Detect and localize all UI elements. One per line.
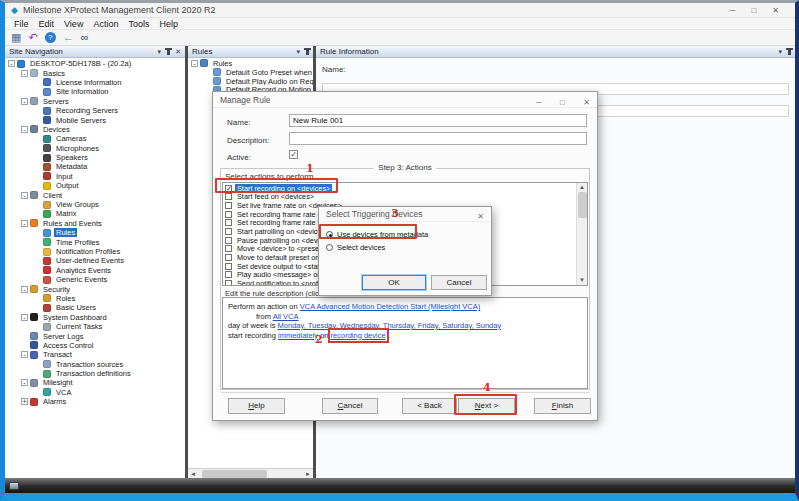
- tree-item-rules-and-events[interactable]: -Rules and Events: [5, 219, 185, 228]
- active-checkbox-checked-icon[interactable]: ✓: [289, 150, 298, 159]
- tree-item-server-logs[interactable]: Server Logs: [5, 331, 185, 340]
- maximize-icon[interactable]: □: [560, 98, 565, 107]
- save-icon[interactable]: ▦: [11, 32, 21, 43]
- close-icon[interactable]: ✕: [477, 212, 484, 221]
- tree-item-analytics-events[interactable]: Analytics Events: [5, 266, 185, 275]
- pin-icon[interactable]: [306, 48, 309, 55]
- collapse-icon[interactable]: -: [21, 192, 28, 199]
- collapse-icon[interactable]: -: [21, 314, 28, 321]
- tree-item-access-control[interactable]: Access Control: [5, 341, 185, 350]
- checkbox-icon[interactable]: [225, 263, 232, 270]
- collapse-icon[interactable]: -: [8, 60, 15, 67]
- tree-item-rules[interactable]: Rules: [5, 228, 185, 237]
- checkbox-icon[interactable]: [225, 271, 232, 278]
- chevron-down-icon[interactable]: ▾: [778, 48, 782, 56]
- tree-item-transact[interactable]: -Transact: [5, 350, 185, 359]
- checkbox-icon[interactable]: [225, 280, 232, 286]
- tree-item-recording-servers[interactable]: Recording Servers: [5, 106, 185, 115]
- collapse-icon[interactable]: -: [191, 60, 198, 67]
- expand-icon[interactable]: +: [21, 398, 28, 405]
- close-icon[interactable]: ✕: [772, 6, 779, 15]
- tree-item-output[interactable]: Output: [5, 181, 185, 190]
- checkbox-icon[interactable]: [225, 202, 232, 209]
- tree-item-servers[interactable]: -Servers: [5, 97, 185, 106]
- checkbox-icon[interactable]: [225, 237, 232, 244]
- scroll-right-icon[interactable]: ►: [303, 471, 313, 477]
- checkbox-icon[interactable]: [225, 245, 232, 252]
- checkbox-icon[interactable]: [225, 228, 232, 235]
- finish-button[interactable]: Finish: [534, 398, 591, 414]
- tree-item-milesight[interactable]: -Milesight: [5, 378, 185, 387]
- tree-item-license-information[interactable]: License Information: [5, 78, 185, 87]
- rule-description-link[interactable]: recording device: [331, 331, 386, 340]
- actions-scrollbar[interactable]: ▲ ▼: [576, 183, 587, 285]
- tree-item-generic-events[interactable]: Generic Events: [5, 275, 185, 284]
- tree-item-basics[interactable]: -Basics: [5, 68, 185, 77]
- pin-icon[interactable]: [167, 48, 170, 55]
- scrollbar-thumb[interactable]: [578, 192, 587, 218]
- rule-description-link[interactable]: immediately: [278, 331, 318, 340]
- menu-view[interactable]: View: [59, 19, 88, 29]
- collapse-icon[interactable]: -: [21, 286, 28, 293]
- help-icon[interactable]: ?: [45, 32, 56, 43]
- tree-item-transaction-sources[interactable]: Transaction sources: [5, 360, 185, 369]
- cancel-button[interactable]: Cancel: [322, 398, 378, 414]
- tree-item-site-information[interactable]: Site Information: [5, 87, 185, 96]
- collapse-icon[interactable]: -: [21, 220, 28, 227]
- tree-item-mobile-servers[interactable]: Mobile Servers: [5, 115, 185, 124]
- panel-close-icon[interactable]: ✕: [175, 48, 181, 56]
- tree-item-metadata[interactable]: Metadata: [5, 162, 185, 171]
- tree-item-notification-profiles[interactable]: Notification Profiles: [5, 247, 185, 256]
- scrollbar-track[interactable]: [198, 470, 303, 478]
- tree-item-vca[interactable]: VCA: [5, 388, 185, 397]
- tree-item-microphones[interactable]: Microphones: [5, 144, 185, 153]
- checkbox-icon[interactable]: [225, 211, 232, 218]
- tree-item-time-profiles[interactable]: Time Profiles: [5, 237, 185, 246]
- undo-icon[interactable]: ↶: [28, 32, 37, 43]
- tree-item-user-defined-events[interactable]: User-defined Events: [5, 256, 185, 265]
- collapse-icon[interactable]: -: [21, 351, 28, 358]
- collapse-icon[interactable]: -: [21, 126, 28, 133]
- back-icon[interactable]: ←: [63, 32, 74, 43]
- tree-item-devices[interactable]: -Devices: [5, 125, 185, 134]
- collapse-icon[interactable]: -: [21, 379, 28, 386]
- tree-item-system-dashboard[interactable]: -System Dashboard: [5, 313, 185, 322]
- tree-item-default-play-audio-rule[interactable]: Default Play Audio on Request R: [188, 77, 313, 86]
- checkbox-icon[interactable]: [225, 219, 232, 226]
- find-icon[interactable]: ∞: [81, 32, 89, 43]
- help-button[interactable]: Help: [228, 398, 285, 414]
- scroll-down-icon[interactable]: ▼: [579, 276, 585, 285]
- tree-item-cameras[interactable]: Cameras: [5, 134, 185, 143]
- radio-icon[interactable]: [326, 244, 333, 251]
- radio-option[interactable]: Select devices: [326, 241, 428, 254]
- scrollbar-thumb[interactable]: [202, 470, 267, 478]
- menu-file[interactable]: File: [9, 19, 34, 29]
- minimize-icon[interactable]: ─: [536, 98, 542, 107]
- tree-item-view-groups[interactable]: View Groups: [5, 200, 185, 209]
- tree-item-speakers[interactable]: Speakers: [5, 153, 185, 162]
- scroll-up-icon[interactable]: ▲: [579, 183, 585, 192]
- tree-item-rules-root[interactable]: -Rules: [188, 59, 313, 68]
- checkbox-icon[interactable]: [225, 193, 232, 200]
- menu-tools[interactable]: Tools: [123, 19, 154, 29]
- pin-icon[interactable]: [788, 48, 791, 55]
- tree-item-matrix[interactable]: Matrix: [5, 209, 185, 218]
- rule-description-link[interactable]: VCA Advanced Motion Detection Start (Mil…: [300, 302, 481, 311]
- tree-item-current-tasks[interactable]: Current Tasks: [5, 322, 185, 331]
- maximize-icon[interactable]: □: [751, 6, 756, 15]
- menu-action[interactable]: Action: [88, 19, 123, 29]
- close-icon[interactable]: ✕: [583, 98, 590, 107]
- tree-item-desktop-server[interactable]: -DESKTOP-5DH178B - (20.2a): [5, 59, 185, 68]
- chevron-down-icon[interactable]: ▾: [158, 48, 162, 56]
- tree-item-client[interactable]: -Client: [5, 190, 185, 199]
- tree-item-transaction-definitions[interactable]: Transaction definitions: [5, 369, 185, 378]
- collapse-icon[interactable]: -: [21, 70, 28, 77]
- checkbox-icon[interactable]: [225, 254, 232, 261]
- back-button[interactable]: < Back: [402, 398, 457, 414]
- rules-horizontal-scrollbar[interactable]: ◄ ►: [188, 468, 313, 478]
- tree-item-input[interactable]: Input: [5, 172, 185, 181]
- rule-description-input[interactable]: [289, 132, 587, 145]
- chevron-down-icon[interactable]: ▾: [296, 48, 300, 56]
- ok-button[interactable]: OK: [362, 275, 426, 290]
- scroll-left-icon[interactable]: ◄: [188, 471, 198, 477]
